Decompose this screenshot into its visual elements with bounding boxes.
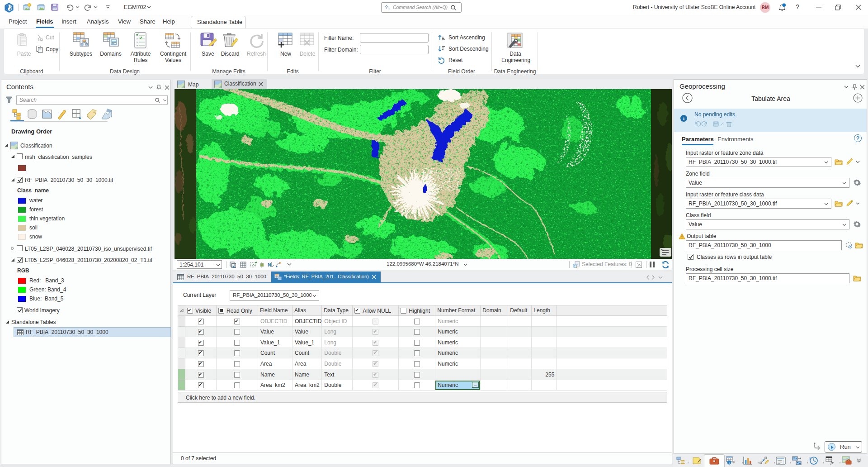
svg-text:fx: fx [830, 460, 834, 465]
svg-text:N: N [268, 262, 271, 267]
svg-text:i: i [729, 461, 730, 465]
